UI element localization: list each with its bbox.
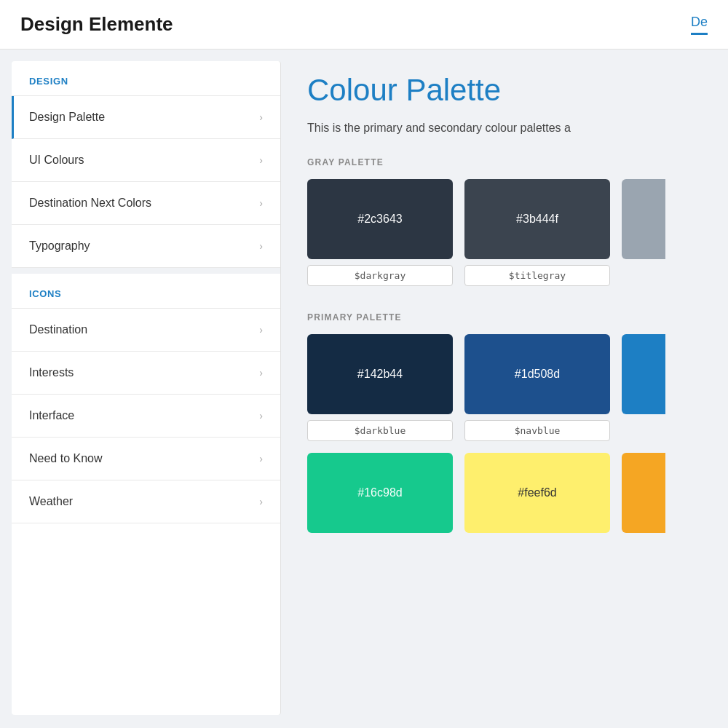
page-title: Design Elemente xyxy=(20,13,173,36)
color-label-darkblue: $darkblue xyxy=(307,420,453,441)
sidebar-item-weather[interactable]: Weather › xyxy=(12,480,280,523)
color-card-yellow: #feef6d xyxy=(464,453,610,539)
gray-palette-block: GRAY PALETTE #2c3643 $darkgray #3b444f $… xyxy=(307,157,702,286)
chevron-right-icon: › xyxy=(259,197,263,209)
chevron-right-icon: › xyxy=(259,496,263,507)
sidebar-item-label: Need to Know xyxy=(29,452,103,465)
content-area: Colour Palette This is the primary and s… xyxy=(281,50,728,727)
color-label-titlegray: $titlegray xyxy=(464,265,610,286)
sidebar-item-label: Interests xyxy=(29,366,74,379)
sidebar-item-ui-colours[interactable]: UI Colours › xyxy=(12,139,280,182)
color-card-partial-blue xyxy=(622,334,665,441)
sidebar-item-label: Destination Next Colors xyxy=(29,197,151,210)
color-swatch-partial-orange xyxy=(622,453,665,533)
chevron-right-icon: › xyxy=(259,324,263,336)
color-card-partial-gray xyxy=(622,179,665,286)
sidebar-item-label: Interface xyxy=(29,409,74,422)
primary-palette-title: PRIMARY PALETTE xyxy=(307,312,702,323)
sidebar-item-label: Destination xyxy=(29,323,87,336)
sidebar-item-design-palette[interactable]: Design Palette › xyxy=(12,96,280,139)
color-card-navblue: #1d508d $navblue xyxy=(464,334,610,441)
color-swatch-navblue: #1d508d xyxy=(464,334,610,414)
sidebar-item-destination-next-colors[interactable]: Destination Next Colors › xyxy=(12,182,280,225)
chevron-right-icon: › xyxy=(259,367,263,379)
sidebar-section-design: DESIGN xyxy=(12,61,280,96)
color-swatch-darkgray: #2c3643 xyxy=(307,179,453,259)
sidebar-divider xyxy=(12,268,280,274)
sidebar-item-label: Weather xyxy=(29,495,73,508)
primary-palette-block: PRIMARY PALETTE #142b44 $darkblue #1d508… xyxy=(307,312,702,539)
color-card-titlegray: #3b444f $titlegray xyxy=(464,179,610,286)
color-swatch-partial-gray xyxy=(622,179,665,259)
primary-color-grid-row1: #142b44 $darkblue #1d508d $navblue xyxy=(307,334,702,441)
sidebar: DESIGN Design Palette › UI Colours › Des… xyxy=(12,61,281,715)
chevron-right-icon: › xyxy=(259,154,263,166)
color-swatch-green: #16c98d xyxy=(307,453,453,533)
chevron-right-icon: › xyxy=(259,410,263,422)
sidebar-item-interface[interactable]: Interface › xyxy=(12,395,280,438)
header-tab[interactable]: De xyxy=(691,15,708,35)
content-description: This is the primary and secondary colour… xyxy=(307,119,702,137)
color-label-darkgray: $darkgray xyxy=(307,265,453,286)
sidebar-item-need-to-know[interactable]: Need to Know › xyxy=(12,438,280,480)
color-card-green: #16c98d xyxy=(307,453,453,539)
sidebar-section-icons: ICONS xyxy=(12,274,280,309)
color-swatch-yellow: #feef6d xyxy=(464,453,610,533)
sidebar-item-typography[interactable]: Typography › xyxy=(12,225,280,268)
sidebar-item-interests[interactable]: Interests › xyxy=(12,352,280,395)
header: Design Elemente De xyxy=(0,0,728,50)
gray-palette-title: GRAY PALETTE xyxy=(307,157,702,167)
sidebar-item-label: UI Colours xyxy=(29,154,84,167)
content-title: Colour Palette xyxy=(307,73,702,108)
color-swatch-titlegray: #3b444f xyxy=(464,179,610,259)
sidebar-item-label: Design Palette xyxy=(29,111,105,124)
chevron-right-icon: › xyxy=(259,111,263,123)
chevron-right-icon: › xyxy=(259,453,263,464)
color-card-darkgray: #2c3643 $darkgray xyxy=(307,179,453,286)
sidebar-item-destination[interactable]: Destination › xyxy=(12,309,280,352)
primary-color-grid-row2: #16c98d #feef6d xyxy=(307,453,702,539)
main-layout: DESIGN Design Palette › UI Colours › Des… xyxy=(0,50,728,727)
sidebar-item-label: Typography xyxy=(29,240,90,253)
chevron-right-icon: › xyxy=(259,240,263,252)
color-swatch-darkblue: #142b44 xyxy=(307,334,453,414)
color-swatch-partial-blue xyxy=(622,334,665,414)
color-card-darkblue: #142b44 $darkblue xyxy=(307,334,453,441)
color-label-navblue: $navblue xyxy=(464,420,610,441)
color-card-partial-orange xyxy=(622,453,665,539)
gray-color-grid: #2c3643 $darkgray #3b444f $titlegray xyxy=(307,179,702,286)
